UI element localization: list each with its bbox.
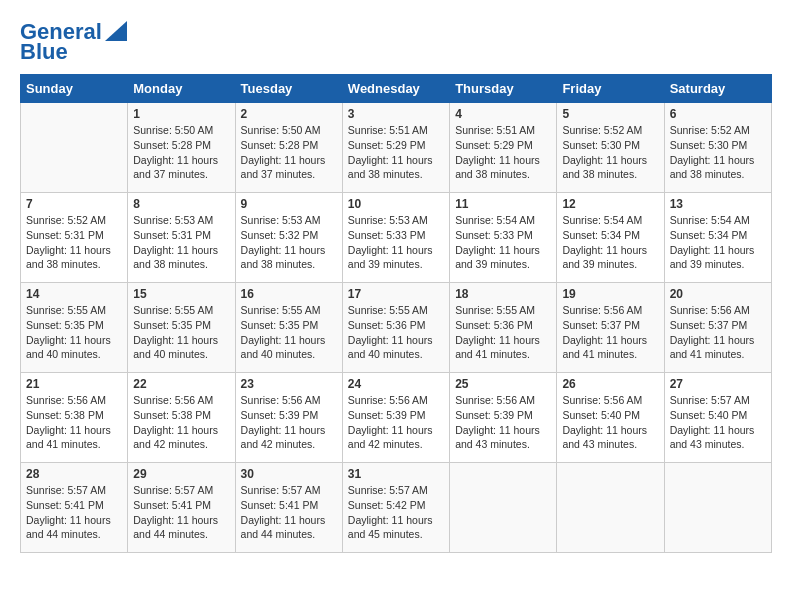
day-cell: 25Sunrise: 5:56 AMSunset: 5:39 PMDayligh… (450, 373, 557, 463)
day-info: Sunrise: 5:57 AMSunset: 5:40 PMDaylight:… (670, 393, 766, 452)
day-number: 25 (455, 377, 551, 391)
day-cell: 11Sunrise: 5:54 AMSunset: 5:33 PMDayligh… (450, 193, 557, 283)
week-row-4: 21Sunrise: 5:56 AMSunset: 5:38 PMDayligh… (21, 373, 772, 463)
day-cell: 16Sunrise: 5:55 AMSunset: 5:35 PMDayligh… (235, 283, 342, 373)
day-cell: 22Sunrise: 5:56 AMSunset: 5:38 PMDayligh… (128, 373, 235, 463)
day-cell: 20Sunrise: 5:56 AMSunset: 5:37 PMDayligh… (664, 283, 771, 373)
day-info: Sunrise: 5:56 AMSunset: 5:38 PMDaylight:… (133, 393, 229, 452)
day-number: 4 (455, 107, 551, 121)
day-number: 30 (241, 467, 337, 481)
day-number: 13 (670, 197, 766, 211)
day-info: Sunrise: 5:56 AMSunset: 5:37 PMDaylight:… (670, 303, 766, 362)
day-cell: 26Sunrise: 5:56 AMSunset: 5:40 PMDayligh… (557, 373, 664, 463)
day-cell: 1Sunrise: 5:50 AMSunset: 5:28 PMDaylight… (128, 103, 235, 193)
day-cell: 10Sunrise: 5:53 AMSunset: 5:33 PMDayligh… (342, 193, 449, 283)
week-row-1: 1Sunrise: 5:50 AMSunset: 5:28 PMDaylight… (21, 103, 772, 193)
day-cell: 31Sunrise: 5:57 AMSunset: 5:42 PMDayligh… (342, 463, 449, 553)
day-info: Sunrise: 5:51 AMSunset: 5:29 PMDaylight:… (348, 123, 444, 182)
day-info: Sunrise: 5:57 AMSunset: 5:41 PMDaylight:… (26, 483, 122, 542)
day-info: Sunrise: 5:52 AMSunset: 5:30 PMDaylight:… (562, 123, 658, 182)
header-cell-monday: Monday (128, 75, 235, 103)
day-info: Sunrise: 5:52 AMSunset: 5:31 PMDaylight:… (26, 213, 122, 272)
day-info: Sunrise: 5:56 AMSunset: 5:39 PMDaylight:… (455, 393, 551, 452)
day-cell: 18Sunrise: 5:55 AMSunset: 5:36 PMDayligh… (450, 283, 557, 373)
day-cell: 17Sunrise: 5:55 AMSunset: 5:36 PMDayligh… (342, 283, 449, 373)
day-info: Sunrise: 5:53 AMSunset: 5:31 PMDaylight:… (133, 213, 229, 272)
day-info: Sunrise: 5:55 AMSunset: 5:36 PMDaylight:… (455, 303, 551, 362)
day-number: 19 (562, 287, 658, 301)
day-number: 10 (348, 197, 444, 211)
day-cell: 7Sunrise: 5:52 AMSunset: 5:31 PMDaylight… (21, 193, 128, 283)
day-number: 11 (455, 197, 551, 211)
svg-marker-0 (105, 21, 127, 41)
day-cell: 23Sunrise: 5:56 AMSunset: 5:39 PMDayligh… (235, 373, 342, 463)
day-number: 21 (26, 377, 122, 391)
header-cell-sunday: Sunday (21, 75, 128, 103)
day-cell: 13Sunrise: 5:54 AMSunset: 5:34 PMDayligh… (664, 193, 771, 283)
day-info: Sunrise: 5:52 AMSunset: 5:30 PMDaylight:… (670, 123, 766, 182)
calendar-table: SundayMondayTuesdayWednesdayThursdayFrid… (20, 74, 772, 553)
day-info: Sunrise: 5:57 AMSunset: 5:41 PMDaylight:… (133, 483, 229, 542)
day-cell (557, 463, 664, 553)
day-number: 18 (455, 287, 551, 301)
day-number: 28 (26, 467, 122, 481)
day-cell: 8Sunrise: 5:53 AMSunset: 5:31 PMDaylight… (128, 193, 235, 283)
day-cell: 6Sunrise: 5:52 AMSunset: 5:30 PMDaylight… (664, 103, 771, 193)
day-cell: 12Sunrise: 5:54 AMSunset: 5:34 PMDayligh… (557, 193, 664, 283)
day-cell: 29Sunrise: 5:57 AMSunset: 5:41 PMDayligh… (128, 463, 235, 553)
day-info: Sunrise: 5:57 AMSunset: 5:41 PMDaylight:… (241, 483, 337, 542)
day-cell: 27Sunrise: 5:57 AMSunset: 5:40 PMDayligh… (664, 373, 771, 463)
day-info: Sunrise: 5:56 AMSunset: 5:38 PMDaylight:… (26, 393, 122, 452)
logo-text-line2: Blue (20, 40, 68, 64)
day-number: 3 (348, 107, 444, 121)
page-header: General Blue (20, 20, 772, 64)
day-number: 1 (133, 107, 229, 121)
day-info: Sunrise: 5:57 AMSunset: 5:42 PMDaylight:… (348, 483, 444, 542)
day-cell (664, 463, 771, 553)
day-number: 12 (562, 197, 658, 211)
day-cell: 24Sunrise: 5:56 AMSunset: 5:39 PMDayligh… (342, 373, 449, 463)
week-row-3: 14Sunrise: 5:55 AMSunset: 5:35 PMDayligh… (21, 283, 772, 373)
day-info: Sunrise: 5:54 AMSunset: 5:34 PMDaylight:… (562, 213, 658, 272)
day-cell: 9Sunrise: 5:53 AMSunset: 5:32 PMDaylight… (235, 193, 342, 283)
day-number: 27 (670, 377, 766, 391)
day-number: 14 (26, 287, 122, 301)
week-row-5: 28Sunrise: 5:57 AMSunset: 5:41 PMDayligh… (21, 463, 772, 553)
day-cell (21, 103, 128, 193)
day-cell: 14Sunrise: 5:55 AMSunset: 5:35 PMDayligh… (21, 283, 128, 373)
header-cell-thursday: Thursday (450, 75, 557, 103)
day-info: Sunrise: 5:56 AMSunset: 5:39 PMDaylight:… (241, 393, 337, 452)
day-cell (450, 463, 557, 553)
day-number: 20 (670, 287, 766, 301)
day-info: Sunrise: 5:55 AMSunset: 5:35 PMDaylight:… (133, 303, 229, 362)
day-cell: 15Sunrise: 5:55 AMSunset: 5:35 PMDayligh… (128, 283, 235, 373)
day-info: Sunrise: 5:56 AMSunset: 5:37 PMDaylight:… (562, 303, 658, 362)
day-info: Sunrise: 5:53 AMSunset: 5:33 PMDaylight:… (348, 213, 444, 272)
day-info: Sunrise: 5:54 AMSunset: 5:33 PMDaylight:… (455, 213, 551, 272)
day-number: 16 (241, 287, 337, 301)
day-cell: 4Sunrise: 5:51 AMSunset: 5:29 PMDaylight… (450, 103, 557, 193)
header-cell-saturday: Saturday (664, 75, 771, 103)
day-info: Sunrise: 5:56 AMSunset: 5:40 PMDaylight:… (562, 393, 658, 452)
week-row-2: 7Sunrise: 5:52 AMSunset: 5:31 PMDaylight… (21, 193, 772, 283)
day-number: 9 (241, 197, 337, 211)
day-info: Sunrise: 5:55 AMSunset: 5:35 PMDaylight:… (26, 303, 122, 362)
day-number: 17 (348, 287, 444, 301)
day-number: 24 (348, 377, 444, 391)
day-cell: 30Sunrise: 5:57 AMSunset: 5:41 PMDayligh… (235, 463, 342, 553)
logo: General Blue (20, 20, 127, 64)
header-cell-wednesday: Wednesday (342, 75, 449, 103)
day-cell: 19Sunrise: 5:56 AMSunset: 5:37 PMDayligh… (557, 283, 664, 373)
day-number: 29 (133, 467, 229, 481)
day-number: 5 (562, 107, 658, 121)
day-number: 6 (670, 107, 766, 121)
day-cell: 5Sunrise: 5:52 AMSunset: 5:30 PMDaylight… (557, 103, 664, 193)
logo-arrow-icon (105, 21, 127, 41)
day-cell: 2Sunrise: 5:50 AMSunset: 5:28 PMDaylight… (235, 103, 342, 193)
day-info: Sunrise: 5:55 AMSunset: 5:36 PMDaylight:… (348, 303, 444, 362)
day-info: Sunrise: 5:54 AMSunset: 5:34 PMDaylight:… (670, 213, 766, 272)
day-info: Sunrise: 5:53 AMSunset: 5:32 PMDaylight:… (241, 213, 337, 272)
day-info: Sunrise: 5:56 AMSunset: 5:39 PMDaylight:… (348, 393, 444, 452)
day-number: 7 (26, 197, 122, 211)
day-cell: 21Sunrise: 5:56 AMSunset: 5:38 PMDayligh… (21, 373, 128, 463)
